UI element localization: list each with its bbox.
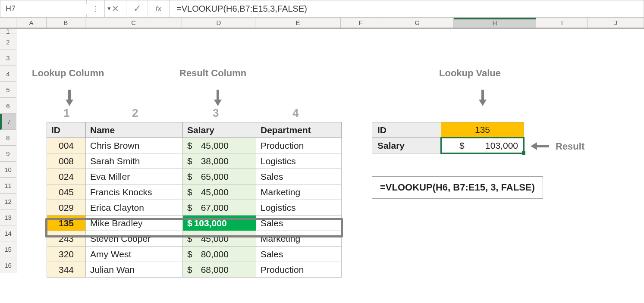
row-header-3[interactable]: 3 <box>0 50 16 66</box>
cell-id[interactable]: 135 <box>47 216 86 231</box>
col-header-B[interactable]: B <box>47 18 85 28</box>
cell-name[interactable]: Eva Miller <box>86 169 183 184</box>
spreadsheet-grid[interactable]: A B C D E F G H I J 1 2 3 4 5 6 7 8 9 10… <box>0 17 644 303</box>
cell-dept[interactable]: Logistics <box>256 200 342 216</box>
cell-dept[interactable]: Marketing <box>256 231 342 247</box>
cancel-icon[interactable]: ✕ <box>105 0 126 17</box>
row-header-13[interactable]: 13 <box>0 209 16 225</box>
lookup-salary-value: 103,000 <box>485 141 518 150</box>
row-header-11[interactable]: 11 <box>0 178 16 194</box>
cell-salary[interactable]: $67,000 <box>183 200 256 216</box>
arrow-down-icon <box>66 100 73 106</box>
cell-dept[interactable]: Production <box>256 262 342 278</box>
cell-salary[interactable]: $45,000 <box>183 184 256 200</box>
cell-dept[interactable]: Sales <box>256 169 342 184</box>
formula-bar-separator: ⋮ <box>87 0 105 17</box>
row-header-1[interactable]: 1 <box>0 29 16 34</box>
col-header-C[interactable]: C <box>85 18 182 28</box>
cell-name[interactable]: Francis Knocks <box>86 184 183 200</box>
cell-id[interactable]: 320 <box>47 247 86 262</box>
name-box[interactable]: ▼ <box>0 0 87 17</box>
col-index-3: 3 <box>213 106 219 120</box>
cell-salary[interactable]: $65,000 <box>183 169 256 184</box>
cell-salary[interactable]: $38,000 <box>183 153 256 169</box>
cell-id[interactable]: 243 <box>47 231 86 247</box>
formula-display-box: =VLOOKUP(H6, B7:E15, 3, FALSE) <box>372 176 543 199</box>
cell-id[interactable]: 344 <box>47 262 86 278</box>
row-header-15[interactable]: 15 <box>0 241 16 257</box>
col-header-A[interactable]: A <box>16 18 47 28</box>
row-header-9[interactable]: 9 <box>0 146 16 162</box>
row-header-7[interactable]: 7 <box>0 114 16 130</box>
cell-name[interactable]: Steven Cooper <box>86 231 183 247</box>
table-row[interactable]: 320Amy West$80,000Sales <box>47 247 342 262</box>
formula-bar: ▼ ⋮ ✕ ✓ fx <box>0 0 644 17</box>
cell-salary[interactable]: $45,000 <box>183 231 256 247</box>
col-header-H[interactable]: H <box>454 18 537 28</box>
table-row[interactable]: 029Erica Clayton$67,000Logistics <box>47 200 342 216</box>
cell-name[interactable]: Julian Wan <box>86 262 183 278</box>
header-dept[interactable]: Department <box>256 122 342 138</box>
arrow-down-icon <box>479 100 487 106</box>
cell-id[interactable]: 008 <box>47 153 86 169</box>
header-salary[interactable]: Salary <box>183 122 256 138</box>
col-index-1: 1 <box>63 106 69 120</box>
cell-dept[interactable]: Sales <box>256 216 342 231</box>
arrow-down-icon <box>214 100 222 106</box>
table-row[interactable]: 024Eva Miller$65,000Sales <box>47 169 342 184</box>
header-id[interactable]: ID <box>47 122 86 138</box>
header-name[interactable]: Name <box>86 122 183 138</box>
cell-salary[interactable]: $68,000 <box>183 262 256 278</box>
table-row[interactable]: 045Francis Knocks$45,000Marketing <box>47 184 342 200</box>
row-header-5[interactable]: 5 <box>0 82 16 98</box>
cell-dept[interactable]: Marketing <box>256 184 342 200</box>
row-header-2[interactable]: 2 <box>0 34 16 50</box>
cell-dept[interactable]: Sales <box>256 247 342 262</box>
row-header-6[interactable]: 6 <box>0 98 16 114</box>
row-header-16[interactable]: 16 <box>0 257 16 273</box>
col-header-F[interactable]: F <box>341 18 381 28</box>
cell-salary[interactable]: $45,000 <box>183 138 256 153</box>
col-index-4: 4 <box>292 106 298 120</box>
row-header-4[interactable]: 4 <box>0 66 16 82</box>
lookup-id-label[interactable]: ID <box>372 122 441 138</box>
cell-id[interactable]: 024 <box>47 169 86 184</box>
cell-salary[interactable]: $103,000 <box>183 216 256 231</box>
lookup-result-cell[interactable]: $103,000 <box>441 138 524 153</box>
cell-name[interactable]: Mike Bradley <box>86 216 183 231</box>
cell-dept[interactable]: Logistics <box>256 153 342 169</box>
table-row[interactable]: 135Mike Bradley$103,000Sales <box>47 216 342 231</box>
enter-icon[interactable]: ✓ <box>126 0 148 17</box>
cell-name[interactable]: Erica Clayton <box>86 200 183 216</box>
col-header-D[interactable]: D <box>182 18 255 28</box>
arrow-left-icon <box>531 142 537 150</box>
row-header-14[interactable]: 14 <box>0 225 16 241</box>
cell-name[interactable]: Sarah Smith <box>86 153 183 169</box>
table-row[interactable]: 344Julian Wan$68,000Production <box>47 262 342 278</box>
cell-id[interactable]: 029 <box>47 200 86 216</box>
lookup-box[interactable]: ID 135 Salary $103,000 <box>372 122 525 154</box>
lookup-salary-label[interactable]: Salary <box>372 138 441 153</box>
cell-name[interactable]: Chris Brown <box>86 138 183 153</box>
row-header-10[interactable]: 10 <box>0 162 16 178</box>
label-lookup-value: Lookup Value <box>439 68 501 79</box>
col-header-I[interactable]: I <box>536 18 588 28</box>
data-table[interactable]: ID Name Salary Department 004Chris Brown… <box>47 122 342 278</box>
label-result-column: Result Column <box>179 68 246 79</box>
table-row[interactable]: 008Sarah Smith$38,000Logistics <box>47 153 342 169</box>
formula-input[interactable] <box>170 0 644 17</box>
cell-id[interactable]: 045 <box>47 184 86 200</box>
table-row[interactable]: 243Steven Cooper$45,000Marketing <box>47 231 342 247</box>
cell-id[interactable]: 004 <box>47 138 86 153</box>
lookup-id-value[interactable]: 135 <box>441 122 524 138</box>
insert-function-icon[interactable]: fx <box>148 0 170 17</box>
cell-dept[interactable]: Production <box>256 138 342 153</box>
col-header-G[interactable]: G <box>381 18 454 28</box>
col-header-J[interactable]: J <box>588 18 644 28</box>
col-header-E[interactable]: E <box>255 18 341 28</box>
table-row[interactable]: 004Chris Brown$45,000Production <box>47 138 342 153</box>
row-header-8[interactable]: 8 <box>0 130 16 146</box>
cell-name[interactable]: Amy West <box>86 247 183 262</box>
row-header-12[interactable]: 12 <box>0 194 16 209</box>
cell-salary[interactable]: $80,000 <box>183 247 256 262</box>
